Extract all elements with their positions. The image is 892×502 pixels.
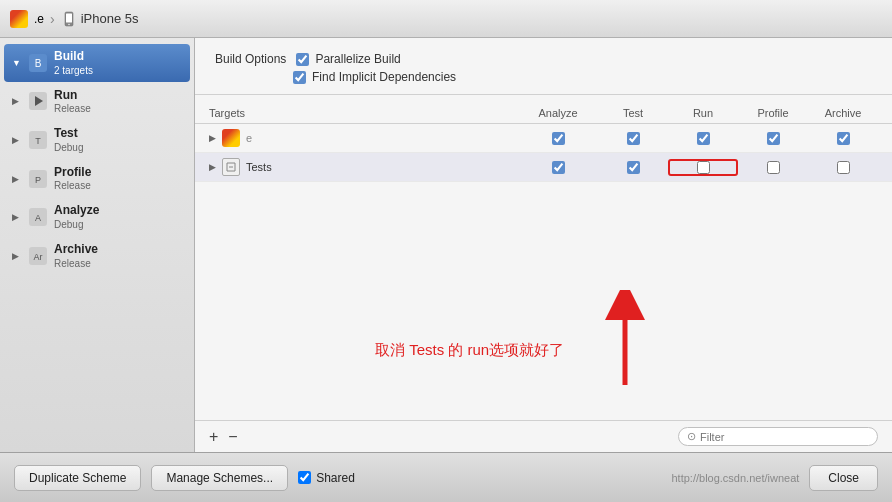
- run-subtitle: Release: [54, 103, 91, 115]
- sidebar-item-profile[interactable]: ▶ P Profile Release: [4, 160, 190, 198]
- tests-analyze-checkbox[interactable]: [552, 161, 565, 174]
- tests-target-name: Tests: [246, 161, 272, 173]
- device-name: iPhone 5s: [81, 11, 139, 26]
- build-title: Build: [54, 49, 93, 65]
- analyze-subtitle: Debug: [54, 219, 99, 231]
- content-panel: Build Options Parallelize Build Find Imp…: [195, 38, 892, 452]
- tests-run-checkbox[interactable]: [697, 161, 710, 174]
- sidebar-item-build[interactable]: ▼ B Build 2 targets: [4, 44, 190, 82]
- url-label: http://blog.csdn.net/iwneat: [672, 472, 800, 484]
- app-profile-cell: [738, 132, 808, 145]
- test-subtitle: Debug: [54, 142, 83, 154]
- test-target-icon: [222, 158, 240, 176]
- shared-option: Shared: [298, 471, 355, 485]
- tests-profile-checkbox[interactable]: [767, 161, 780, 174]
- expand-arrow-archive: ▶: [12, 251, 22, 261]
- col-profile: Profile: [738, 107, 808, 119]
- profile-subtitle: Release: [54, 180, 91, 192]
- archive-subtitle: Release: [54, 258, 98, 270]
- sidebar-item-analyze[interactable]: ▶ A Analyze Debug: [4, 198, 190, 236]
- titlebar: .e › iPhone 5s: [0, 0, 892, 38]
- app-icon: [10, 10, 28, 28]
- svg-text:P: P: [35, 175, 41, 185]
- tests-archive-cell: [808, 161, 878, 174]
- bottom-bar: Duplicate Scheme Manage Schemes... Share…: [0, 452, 892, 502]
- parallelize-label: Parallelize Build: [315, 52, 400, 66]
- svg-rect-1: [66, 13, 72, 22]
- phone-icon: [61, 11, 77, 27]
- expand-arrow-test: ▶: [12, 135, 22, 145]
- breadcrumb-separator: ›: [50, 11, 55, 27]
- target-tests-cell: ▶ Tests: [209, 158, 518, 176]
- profile-icon: P: [28, 169, 48, 189]
- tests-archive-checkbox[interactable]: [837, 161, 850, 174]
- manage-schemes-button[interactable]: Manage Schemes...: [151, 465, 288, 491]
- expand-arrow-build: ▼: [12, 58, 22, 68]
- app-profile-checkbox[interactable]: [767, 132, 780, 145]
- app-run-checkbox[interactable]: [697, 132, 710, 145]
- col-test: Test: [598, 107, 668, 119]
- test-title: Test: [54, 126, 83, 142]
- archive-icon: Ar: [28, 246, 48, 266]
- expand-arrow-app: ▶: [209, 133, 216, 143]
- svg-point-2: [68, 23, 69, 24]
- col-targets: Targets: [209, 107, 518, 119]
- filter-input[interactable]: [700, 431, 869, 443]
- titlebar-device: iPhone 5s: [61, 11, 139, 27]
- app-archive-checkbox[interactable]: [837, 132, 850, 145]
- app-analyze-checkbox[interactable]: [552, 132, 565, 145]
- annotation-arrow: [580, 290, 670, 390]
- tests-analyze-cell: [518, 161, 598, 174]
- analyze-icon: A: [28, 207, 48, 227]
- col-run: Run: [668, 107, 738, 119]
- col-analyze: Analyze: [518, 107, 598, 119]
- build-options-label: Build Options: [215, 52, 286, 66]
- expand-arrow-profile: ▶: [12, 174, 22, 184]
- table-row: ▶ e: [195, 124, 892, 153]
- app-test-checkbox[interactable]: [627, 132, 640, 145]
- build-subtitle: 2 targets: [54, 65, 93, 77]
- sidebar-item-run[interactable]: ▶ Run Release: [4, 83, 190, 121]
- profile-title: Profile: [54, 165, 91, 181]
- table-footer: + − ⊙: [195, 420, 892, 452]
- expand-arrow-run: ▶: [12, 96, 22, 106]
- svg-text:A: A: [35, 213, 41, 223]
- expand-arrow-tests: ▶: [209, 162, 216, 172]
- app-analyze-cell: [518, 132, 598, 145]
- find-implicit-checkbox[interactable]: [293, 71, 306, 84]
- close-button[interactable]: Close: [809, 465, 878, 491]
- duplicate-scheme-button[interactable]: Duplicate Scheme: [14, 465, 141, 491]
- archive-title: Archive: [54, 242, 98, 258]
- sidebar: ▼ B Build 2 targets ▶ Run Release ▶ T: [0, 38, 195, 452]
- app-target-icon: [222, 129, 240, 147]
- add-target-button[interactable]: +: [209, 429, 218, 445]
- app-target-name: e: [246, 132, 252, 144]
- test-icon: T: [28, 130, 48, 150]
- table-header-row: Targets Analyze Test Run Profile Archive: [195, 103, 892, 124]
- sidebar-item-archive[interactable]: ▶ Ar Archive Release: [4, 237, 190, 275]
- filter-icon: ⊙: [687, 430, 696, 443]
- tests-test-cell: [598, 161, 668, 174]
- expand-arrow-analyze: ▶: [12, 212, 22, 222]
- run-title: Run: [54, 88, 91, 104]
- svg-text:B: B: [35, 58, 42, 69]
- shared-label: Shared: [316, 471, 355, 485]
- run-icon: [28, 91, 48, 111]
- find-implicit-label: Find Implicit Dependencies: [312, 70, 456, 84]
- build-icon: B: [28, 53, 48, 73]
- app-name: .e: [34, 12, 44, 26]
- targets-table: Targets Analyze Test Run Profile Archive…: [195, 95, 892, 420]
- target-app-cell: ▶ e: [209, 129, 518, 147]
- tests-test-checkbox[interactable]: [627, 161, 640, 174]
- annotation-text: 取消 Tests 的 run选项就好了: [375, 341, 564, 360]
- col-archive: Archive: [808, 107, 878, 119]
- sidebar-item-test[interactable]: ▶ T Test Debug: [4, 121, 190, 159]
- tests-run-cell: [668, 159, 738, 176]
- svg-text:T: T: [35, 136, 41, 146]
- filter-box: ⊙: [678, 427, 878, 446]
- remove-target-button[interactable]: −: [228, 429, 237, 445]
- parallelize-checkbox[interactable]: [296, 53, 309, 66]
- app-archive-cell: [808, 132, 878, 145]
- tests-profile-cell: [738, 161, 808, 174]
- shared-checkbox[interactable]: [298, 471, 311, 484]
